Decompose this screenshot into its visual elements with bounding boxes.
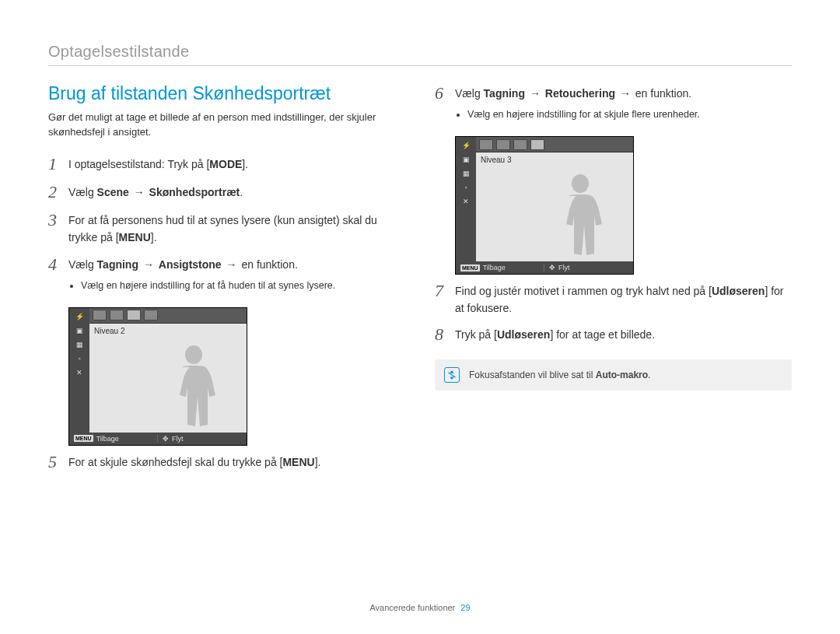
- step-text: Tryk på [: [455, 328, 497, 341]
- step-7: 7 Find og justér motivet i rammen og try…: [435, 281, 792, 317]
- level-label: Niveau 3: [481, 156, 511, 164]
- grid-icon: ▦: [456, 166, 476, 180]
- step-text: ] for at tage et billede.: [550, 328, 655, 341]
- camera-canvas: Niveau 3: [476, 152, 633, 261]
- option-thumb-selected: [530, 139, 544, 150]
- step-text: ].: [151, 231, 157, 243]
- option-thumb: [496, 139, 510, 150]
- step-5: 5 For at skjule skønhedsfejl skal du try…: [48, 452, 405, 472]
- step-4: 4 Vælg Tagning → Ansigtstone → en funkti…: [48, 254, 405, 299]
- step-8: 8 Tryk på [Udløseren] for at tage et bil…: [435, 324, 792, 345]
- step-text: Vælg: [455, 87, 484, 100]
- menu-button-ref: MENU: [282, 456, 314, 468]
- level-label: Niveau 2: [94, 327, 124, 335]
- menu-path-item: Ansigtstone: [159, 258, 222, 271]
- menu-path-item: Tagning: [97, 258, 138, 271]
- step-6: 6 Vælg Tagning → Retouchering → en funkt…: [435, 83, 792, 128]
- camera-canvas: Niveau 2: [89, 324, 247, 433]
- arrow-icon: →: [132, 186, 146, 198]
- note-callout: Fokusafstanden vil blive sat til Auto-ma…: [435, 359, 792, 391]
- arrow-icon: →: [528, 87, 542, 100]
- main-title: Brug af tilstanden Skønhedsportræt: [48, 83, 405, 104]
- camera-screenshot-1: ⚡ ▣ ▦ ▫ ✕ Niveau: [68, 307, 247, 446]
- nav-icon: ✥: [549, 264, 555, 271]
- arrow-icon: →: [142, 258, 156, 271]
- person-silhouette: [549, 168, 611, 261]
- step-number: 2: [48, 182, 68, 202]
- step-number: 7: [435, 281, 455, 301]
- person-silhouette: [163, 339, 225, 433]
- option-thumb-selected: [127, 310, 141, 321]
- page-number: 29: [460, 603, 470, 612]
- step-number: 3: [48, 210, 68, 230]
- off-icon: ✕: [69, 366, 89, 380]
- flash-icon: ⚡: [456, 138, 476, 152]
- shutter-button-ref: Udløseren: [712, 285, 765, 297]
- left-column: Brug af tilstanden Skønhedsportræt Gør d…: [48, 83, 405, 480]
- arrow-icon: →: [618, 87, 632, 100]
- page-footer: Avancerede funktioner 29: [0, 603, 840, 612]
- menu-key-icon: MENU: [460, 264, 480, 271]
- menu-key-icon: MENU: [74, 435, 93, 442]
- camera-footer: MENUTilbage ✥Flyt: [69, 433, 247, 445]
- section-header: Optagelsestilstande: [48, 43, 792, 66]
- step-number: 6: [435, 83, 455, 103]
- camera-topbar: [89, 308, 247, 324]
- move-label: Flyt: [558, 264, 570, 271]
- step-text: Vælg: [68, 258, 97, 271]
- step-number: 5: [48, 452, 68, 472]
- step-text: ].: [315, 456, 321, 468]
- step-bullet: Vælg en højere indstilling for at skjule…: [467, 107, 792, 122]
- note-text: Fokusafstanden vil blive sat til: [469, 370, 596, 380]
- step-text: For at få personens hud til at synes lys…: [68, 214, 377, 243]
- option-thumb: [93, 310, 107, 321]
- step-text: ].: [242, 158, 248, 170]
- note-text: .: [648, 370, 650, 380]
- move-label: Flyt: [172, 435, 184, 443]
- step-1: 1 I optagelsestilstand: Tryk på [MODE].: [48, 154, 405, 174]
- note-bold: Auto-makro: [596, 370, 648, 380]
- step-text: en funktion.: [239, 258, 298, 271]
- focus-icon: ▣: [69, 324, 89, 338]
- focus-icon: ▣: [456, 152, 476, 166]
- back-label: Tilbage: [483, 264, 506, 271]
- option-thumb: [479, 139, 493, 150]
- intro-text: Gør det muligt at tage et billede af en …: [48, 110, 405, 140]
- step-2: 2 Vælg Scene → Skønhedsportræt.: [48, 182, 405, 202]
- step-number: 8: [435, 324, 455, 345]
- grid-icon: ▦: [69, 338, 89, 352]
- footer-text: Avancerede funktioner: [369, 603, 455, 612]
- step-bullet: Vælg en højere indstilling for at få hud…: [81, 278, 405, 293]
- off-icon: ✕: [456, 194, 476, 208]
- step-text: .: [240, 186, 243, 198]
- menu-path-item: Retouchering: [545, 87, 615, 100]
- camera-sidebar: ⚡ ▣ ▦ ▫ ✕: [69, 308, 89, 433]
- step-text: Vælg: [68, 186, 97, 198]
- nav-icon: ✥: [163, 435, 169, 443]
- menu-button-ref: MENU: [119, 231, 151, 243]
- step-text: Find og justér motivet i rammen og tryk …: [455, 285, 712, 297]
- note-icon: [444, 367, 460, 383]
- arrow-icon: →: [225, 258, 239, 271]
- menu-path-item: Skønhedsportræt: [149, 186, 240, 198]
- option-thumb: [513, 139, 527, 150]
- shutter-button-ref: Udløseren: [497, 328, 550, 341]
- step-number: 4: [48, 254, 68, 275]
- flash-icon: ⚡: [69, 310, 89, 324]
- camera-screenshot-2: ⚡ ▣ ▦ ▫ ✕ Niveau: [455, 136, 634, 275]
- step-text: I optagelsestilstand: Tryk på [: [68, 158, 209, 170]
- menu-path-item: Scene: [97, 186, 129, 198]
- step-text: en funktion.: [632, 87, 691, 100]
- option-thumb: [110, 310, 124, 321]
- camera-sidebar: ⚡ ▣ ▦ ▫ ✕: [456, 137, 476, 261]
- option-thumb: [144, 310, 158, 321]
- step-text: For at skjule skønhedsfejl skal du trykk…: [68, 456, 282, 468]
- camera-topbar: [476, 137, 633, 152]
- dot-icon: ▫: [69, 352, 89, 366]
- right-column: 6 Vælg Tagning → Retouchering → en funkt…: [435, 83, 792, 480]
- camera-footer: MENUTilbage ✥Flyt: [456, 261, 633, 274]
- dot-icon: ▫: [456, 180, 476, 194]
- step-3: 3 For at få personens hud til at synes l…: [48, 210, 405, 246]
- back-label: Tilbage: [96, 435, 119, 443]
- step-number: 1: [48, 154, 68, 174]
